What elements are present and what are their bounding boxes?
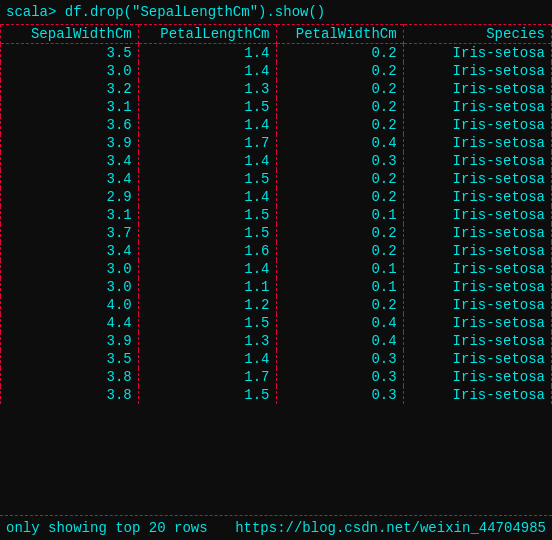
header-petallengthcm: PetalLengthCm bbox=[138, 25, 276, 44]
cell-row6-col3: Iris-setosa bbox=[403, 152, 551, 170]
table-row: 3.51.40.2Iris-setosa bbox=[1, 44, 552, 63]
cell-row7-col2: 0.2 bbox=[276, 170, 403, 188]
table-row: 3.91.70.4Iris-setosa bbox=[1, 134, 552, 152]
cell-row10-col2: 0.2 bbox=[276, 224, 403, 242]
cell-row19-col2: 0.3 bbox=[276, 386, 403, 404]
cell-row16-col1: 1.3 bbox=[138, 332, 276, 350]
cell-row7-col3: Iris-setosa bbox=[403, 170, 551, 188]
cell-row8-col0: 2.9 bbox=[1, 188, 139, 206]
cell-row3-col2: 0.2 bbox=[276, 98, 403, 116]
cell-row5-col3: Iris-setosa bbox=[403, 134, 551, 152]
cell-row11-col0: 3.4 bbox=[1, 242, 139, 260]
cell-row13-col2: 0.1 bbox=[276, 278, 403, 296]
cell-row19-col0: 3.8 bbox=[1, 386, 139, 404]
cell-row4-col1: 1.4 bbox=[138, 116, 276, 134]
table-row: 3.71.50.2Iris-setosa bbox=[1, 224, 552, 242]
cell-row5-col1: 1.7 bbox=[138, 134, 276, 152]
cell-row2-col0: 3.2 bbox=[1, 80, 139, 98]
table-row: 3.01.10.1Iris-setosa bbox=[1, 278, 552, 296]
cell-row11-col2: 0.2 bbox=[276, 242, 403, 260]
cell-row2-col2: 0.2 bbox=[276, 80, 403, 98]
cell-row7-col1: 1.5 bbox=[138, 170, 276, 188]
table-row: 3.61.40.2Iris-setosa bbox=[1, 116, 552, 134]
cell-row10-col0: 3.7 bbox=[1, 224, 139, 242]
table-row: 3.81.70.3Iris-setosa bbox=[1, 368, 552, 386]
cell-row12-col1: 1.4 bbox=[138, 260, 276, 278]
command-line: scala> df.drop("SepalLengthCm").show() bbox=[0, 0, 552, 24]
cell-row8-col3: Iris-setosa bbox=[403, 188, 551, 206]
header-petalwidthcm: PetalWidthCm bbox=[276, 25, 403, 44]
header-species: Species bbox=[403, 25, 551, 44]
cell-row1-col3: Iris-setosa bbox=[403, 62, 551, 80]
cell-row17-col2: 0.3 bbox=[276, 350, 403, 368]
cell-row14-col2: 0.2 bbox=[276, 296, 403, 314]
footer: only showing top 20 rows https://blog.cs… bbox=[0, 516, 552, 540]
cell-row10-col3: Iris-setosa bbox=[403, 224, 551, 242]
cell-row18-col1: 1.7 bbox=[138, 368, 276, 386]
cell-row13-col3: Iris-setosa bbox=[403, 278, 551, 296]
cell-row14-col1: 1.2 bbox=[138, 296, 276, 314]
cell-row19-col1: 1.5 bbox=[138, 386, 276, 404]
table-row: 3.41.50.2Iris-setosa bbox=[1, 170, 552, 188]
table-row: 3.51.40.3Iris-setosa bbox=[1, 350, 552, 368]
cell-row0-col2: 0.2 bbox=[276, 44, 403, 63]
cell-row3-col0: 3.1 bbox=[1, 98, 139, 116]
cell-row8-col2: 0.2 bbox=[276, 188, 403, 206]
app-container: scala> df.drop("SepalLengthCm").show() S… bbox=[0, 0, 552, 540]
cell-row9-col0: 3.1 bbox=[1, 206, 139, 224]
header-sepalwidthcm: SepalWidthCm bbox=[1, 25, 139, 44]
cell-row9-col1: 1.5 bbox=[138, 206, 276, 224]
cell-row18-col0: 3.8 bbox=[1, 368, 139, 386]
footer-url: https://blog.csdn.net/weixin_44704985 bbox=[235, 520, 546, 536]
table-row: 4.41.50.4Iris-setosa bbox=[1, 314, 552, 332]
cell-row11-col3: Iris-setosa bbox=[403, 242, 551, 260]
cell-row6-col2: 0.3 bbox=[276, 152, 403, 170]
cell-row15-col0: 4.4 bbox=[1, 314, 139, 332]
cell-row9-col2: 0.1 bbox=[276, 206, 403, 224]
cell-row12-col2: 0.1 bbox=[276, 260, 403, 278]
cell-row5-col0: 3.9 bbox=[1, 134, 139, 152]
cell-row16-col0: 3.9 bbox=[1, 332, 139, 350]
table-header-row: SepalWidthCm PetalLengthCm PetalWidthCm … bbox=[1, 25, 552, 44]
table-body: 3.51.40.2Iris-setosa3.01.40.2Iris-setosa… bbox=[1, 44, 552, 405]
cell-row6-col1: 1.4 bbox=[138, 152, 276, 170]
cell-row16-col3: Iris-setosa bbox=[403, 332, 551, 350]
cell-row12-col3: Iris-setosa bbox=[403, 260, 551, 278]
cell-row11-col1: 1.6 bbox=[138, 242, 276, 260]
cell-row1-col0: 3.0 bbox=[1, 62, 139, 80]
cell-row0-col1: 1.4 bbox=[138, 44, 276, 63]
cell-row13-col1: 1.1 bbox=[138, 278, 276, 296]
cell-row6-col0: 3.4 bbox=[1, 152, 139, 170]
table-row: 3.81.50.3Iris-setosa bbox=[1, 386, 552, 404]
cell-row2-col3: Iris-setosa bbox=[403, 80, 551, 98]
cell-row4-col0: 3.6 bbox=[1, 116, 139, 134]
cell-row5-col2: 0.4 bbox=[276, 134, 403, 152]
table-row: 4.01.20.2Iris-setosa bbox=[1, 296, 552, 314]
cell-row18-col2: 0.3 bbox=[276, 368, 403, 386]
cell-row9-col3: Iris-setosa bbox=[403, 206, 551, 224]
table-row: 3.11.50.2Iris-setosa bbox=[1, 98, 552, 116]
table-row: 3.01.40.1Iris-setosa bbox=[1, 260, 552, 278]
cell-row7-col0: 3.4 bbox=[1, 170, 139, 188]
table-row: 3.21.30.2Iris-setosa bbox=[1, 80, 552, 98]
table-row: 3.41.60.2Iris-setosa bbox=[1, 242, 552, 260]
table-row: 3.91.30.4Iris-setosa bbox=[1, 332, 552, 350]
cell-row2-col1: 1.3 bbox=[138, 80, 276, 98]
cell-row16-col2: 0.4 bbox=[276, 332, 403, 350]
data-table: SepalWidthCm PetalLengthCm PetalWidthCm … bbox=[0, 24, 552, 404]
footer-status: only showing top 20 rows bbox=[6, 520, 208, 536]
cell-row10-col1: 1.5 bbox=[138, 224, 276, 242]
table-container: SepalWidthCm PetalLengthCm PetalWidthCm … bbox=[0, 24, 552, 515]
cell-row1-col2: 0.2 bbox=[276, 62, 403, 80]
cell-row14-col3: Iris-setosa bbox=[403, 296, 551, 314]
cell-row0-col3: Iris-setosa bbox=[403, 44, 551, 63]
cell-row12-col0: 3.0 bbox=[1, 260, 139, 278]
table-row: 2.91.40.2Iris-setosa bbox=[1, 188, 552, 206]
cell-row14-col0: 4.0 bbox=[1, 296, 139, 314]
cell-row15-col2: 0.4 bbox=[276, 314, 403, 332]
cell-row18-col3: Iris-setosa bbox=[403, 368, 551, 386]
cell-row17-col3: Iris-setosa bbox=[403, 350, 551, 368]
table-row: 3.01.40.2Iris-setosa bbox=[1, 62, 552, 80]
cell-row17-col1: 1.4 bbox=[138, 350, 276, 368]
table-row: 3.41.40.3Iris-setosa bbox=[1, 152, 552, 170]
